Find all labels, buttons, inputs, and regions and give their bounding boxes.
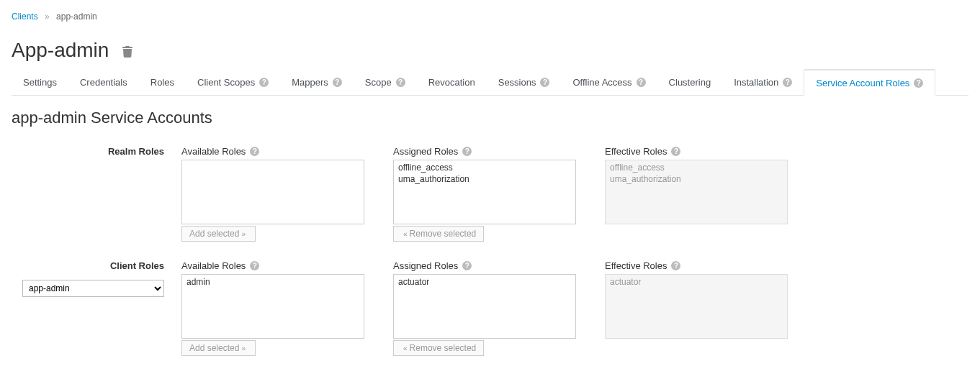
tab-label: Sessions: [498, 77, 536, 88]
client-select[interactable]: app-admin: [22, 280, 164, 297]
trash-icon: [122, 46, 133, 58]
breadcrumb-current: app-admin: [56, 12, 97, 22]
chevron-right-icon: »: [241, 230, 246, 238]
help-icon[interactable]: ?: [250, 147, 259, 156]
list-item: actuator: [606, 276, 787, 288]
client-available-roles-col: Available Roles ? admin Add selected»: [181, 260, 364, 356]
tab-offline-access[interactable]: Offline Access?: [561, 69, 657, 95]
list-item[interactable]: actuator: [394, 276, 575, 288]
help-icon[interactable]: ?: [462, 261, 472, 270]
help-icon[interactable]: ?: [671, 261, 680, 270]
breadcrumb-sep: »: [45, 12, 50, 22]
client-effective-roles-col: Effective Roles ? actuator: [605, 260, 788, 356]
tab-revocation[interactable]: Revocation: [417, 69, 487, 95]
tab-label: Installation: [734, 77, 778, 88]
realm-available-roles-col: Available Roles ? Add selected»: [181, 146, 364, 242]
tab-label: Credentials: [80, 77, 127, 88]
page-title: App-admin: [12, 39, 968, 62]
assigned-roles-label: Assigned Roles ?: [393, 260, 576, 271]
effective-roles-label: Effective Roles ?: [605, 146, 788, 157]
help-icon[interactable]: ?: [462, 147, 472, 156]
help-icon[interactable]: ?: [783, 78, 792, 87]
help-icon[interactable]: ?: [914, 78, 923, 88]
realm-assigned-roles-list[interactable]: offline_accessuma_authorization: [393, 160, 576, 224]
available-roles-label: Available Roles ?: [181, 260, 364, 271]
tab-sessions[interactable]: Sessions?: [487, 69, 562, 95]
tab-label: Client Scopes: [197, 77, 255, 88]
help-icon[interactable]: ?: [637, 78, 646, 87]
client-assigned-roles-list[interactable]: actuator: [393, 274, 576, 339]
client-effective-roles-list: actuator: [605, 274, 788, 339]
breadcrumb: Clients » app-admin: [12, 12, 968, 22]
chevron-left-icon: «: [403, 344, 408, 352]
tab-roles[interactable]: Roles: [139, 69, 186, 95]
remove-selected-button[interactable]: «Remove selected: [393, 226, 484, 242]
available-roles-label: Available Roles ?: [181, 146, 364, 157]
realm-effective-roles-col: Effective Roles ? offline_accessuma_auth…: [605, 146, 788, 242]
assigned-roles-label: Assigned Roles ?: [393, 146, 576, 157]
realm-effective-roles-list: offline_accessuma_authorization: [605, 160, 788, 224]
tab-credentials[interactable]: Credentials: [68, 69, 139, 95]
realm-roles-label: Realm Roles: [12, 146, 164, 157]
help-icon[interactable]: ?: [671, 147, 680, 156]
tab-label: Mappers: [292, 77, 328, 88]
tabs: SettingsCredentialsRolesClient Scopes?Ma…: [12, 69, 968, 96]
subheading: app-admin Service Accounts: [12, 109, 968, 127]
tab-mappers[interactable]: Mappers?: [280, 69, 354, 95]
page-title-text: App-admin: [12, 39, 109, 61]
tab-installation[interactable]: Installation?: [722, 69, 804, 95]
help-icon[interactable]: ?: [250, 261, 259, 270]
tab-label: Clustering: [669, 77, 711, 88]
help-icon[interactable]: ?: [259, 78, 269, 87]
tab-label: Service Account Roles: [816, 78, 909, 88]
tab-label: Revocation: [428, 77, 475, 88]
tab-label: Offline Access: [572, 77, 631, 88]
add-selected-button[interactable]: Add selected»: [181, 340, 256, 356]
realm-assigned-roles-col: Assigned Roles ? offline_accessuma_autho…: [393, 146, 576, 242]
chevron-right-icon: »: [241, 344, 246, 352]
chevron-left-icon: «: [403, 230, 408, 238]
add-selected-button[interactable]: Add selected»: [181, 226, 256, 242]
realm-available-roles-list[interactable]: [181, 160, 364, 224]
client-assigned-roles-col: Assigned Roles ? actuator «Remove select…: [393, 260, 576, 356]
list-item[interactable]: offline_access: [394, 162, 575, 173]
list-item[interactable]: admin: [182, 276, 364, 288]
breadcrumb-parent-link[interactable]: Clients: [12, 12, 38, 22]
remove-selected-button[interactable]: «Remove selected: [393, 340, 484, 356]
list-item: uma_authorization: [606, 173, 787, 185]
tab-scope[interactable]: Scope?: [354, 69, 417, 95]
tab-clustering[interactable]: Clustering: [657, 69, 723, 95]
client-available-roles-list[interactable]: admin: [181, 274, 364, 339]
help-icon[interactable]: ?: [540, 78, 549, 87]
tab-label: Settings: [23, 77, 57, 88]
tab-settings[interactable]: Settings: [12, 69, 68, 95]
help-icon[interactable]: ?: [396, 78, 405, 87]
tab-service-account-roles[interactable]: Service Account Roles?: [804, 69, 935, 96]
list-item[interactable]: uma_authorization: [394, 173, 575, 185]
delete-client-button[interactable]: [122, 44, 133, 59]
effective-roles-label: Effective Roles ?: [605, 260, 788, 271]
client-roles-row: Client Roles app-admin Available Roles ?…: [12, 260, 968, 356]
realm-roles-row: Realm Roles Available Roles ? Add select…: [12, 146, 968, 242]
tab-label: Roles: [150, 77, 174, 88]
list-item: offline_access: [606, 162, 787, 173]
help-icon[interactable]: ?: [333, 78, 342, 87]
tab-client-scopes[interactable]: Client Scopes?: [186, 69, 280, 95]
tab-label: Scope: [365, 77, 392, 88]
client-roles-label: Client Roles: [12, 260, 164, 271]
